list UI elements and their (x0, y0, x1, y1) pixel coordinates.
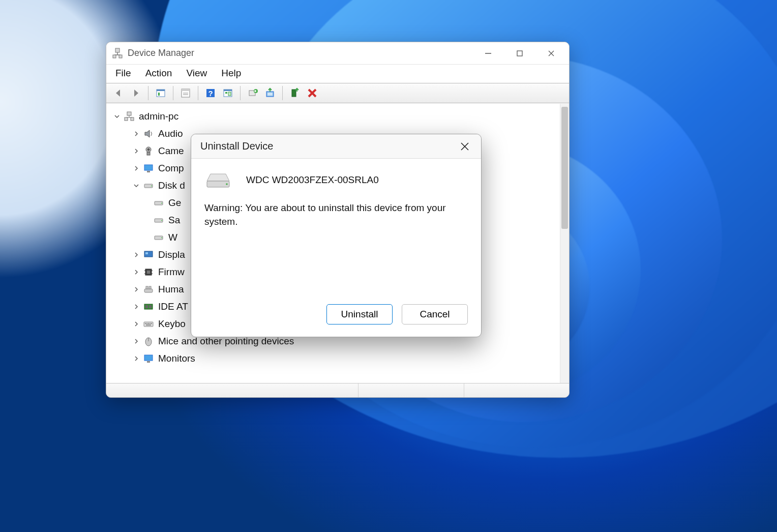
drive-icon (153, 215, 164, 226)
scan-hardware-icon[interactable] (245, 85, 261, 101)
svg-rect-64 (148, 323, 149, 324)
menu-file[interactable]: File (115, 68, 131, 79)
dialog-warning-text: Warning: You are about to uninstall this… (204, 201, 468, 228)
svg-point-40 (151, 186, 152, 187)
chevron-right-icon[interactable] (132, 146, 141, 156)
uninstall-button[interactable]: Uninstall (326, 304, 393, 324)
computer-icon (124, 111, 135, 122)
chevron-down-icon[interactable] (112, 112, 122, 121)
titlebar[interactable]: Device Manager (106, 42, 569, 65)
drive-icon (153, 197, 164, 209)
chevron-right-icon[interactable] (132, 164, 141, 173)
dialog-close-button[interactable] (454, 136, 476, 157)
svg-rect-29 (127, 112, 131, 115)
svg-rect-56 (146, 286, 148, 289)
menu-action[interactable]: Action (145, 68, 172, 79)
dialog-title: Uninstall Device (200, 140, 273, 152)
svg-rect-36 (147, 152, 150, 155)
details-icon[interactable] (220, 85, 236, 101)
svg-rect-71 (147, 361, 150, 363)
drive-icon (204, 170, 232, 190)
svg-point-35 (147, 149, 150, 151)
chevron-right-icon[interactable] (132, 302, 141, 311)
svg-point-44 (161, 220, 162, 221)
svg-rect-0 (115, 48, 119, 52)
cancel-button-label: Cancel (420, 309, 450, 320)
tree-root[interactable]: admin-pc (112, 108, 557, 125)
svg-point-42 (161, 203, 162, 204)
speaker-icon (143, 128, 154, 139)
svg-rect-20 (225, 92, 227, 94)
window-title: Device Manager (128, 48, 194, 58)
svg-rect-4 (119, 55, 122, 58)
monitor-icon (143, 353, 154, 364)
svg-rect-19 (224, 90, 232, 91)
svg-rect-33 (131, 117, 134, 121)
camera-icon (143, 145, 154, 157)
chevron-right-icon[interactable] (132, 268, 141, 277)
chevron-right-icon[interactable] (132, 285, 141, 294)
tree-item-label: Firmw (158, 267, 185, 278)
cancel-button[interactable]: Cancel (402, 304, 468, 324)
hid-icon (143, 284, 154, 295)
svg-rect-10 (157, 90, 165, 91)
drive-icon (143, 180, 154, 191)
uninstall-button-label: Uninstall (341, 309, 378, 320)
tree-item-label: Monitors (158, 353, 195, 364)
toolbar: ? (106, 83, 569, 103)
vertical-scrollbar[interactable] (560, 104, 569, 383)
svg-rect-65 (150, 323, 151, 324)
svg-rect-6 (517, 51, 522, 56)
disable-device-icon[interactable] (304, 85, 320, 101)
display-adapter-icon (143, 249, 154, 260)
svg-rect-59 (145, 305, 148, 308)
dialog-titlebar[interactable]: Uninstall Device (191, 134, 481, 159)
svg-rect-60 (149, 305, 152, 308)
svg-rect-13 (182, 89, 190, 91)
maximize-button[interactable] (504, 42, 535, 65)
menubar: File Action View Help (106, 65, 569, 83)
minimize-button[interactable] (472, 42, 504, 65)
menu-view[interactable]: View (186, 68, 207, 79)
keyboard-icon (143, 318, 154, 330)
tree-item-label: Came (158, 145, 184, 157)
scrollbar-thumb[interactable] (561, 107, 568, 229)
back-arrow-icon[interactable] (110, 85, 127, 101)
tree-item-monitors[interactable]: Monitors (112, 350, 557, 367)
drive-icon (153, 232, 164, 243)
svg-rect-37 (144, 165, 153, 170)
uninstall-device-icon[interactable] (287, 85, 303, 101)
show-all-icon[interactable] (153, 85, 169, 101)
properties-icon[interactable] (177, 85, 194, 101)
forward-arrow-icon[interactable] (128, 85, 144, 101)
svg-rect-70 (144, 355, 153, 361)
svg-rect-11 (158, 93, 160, 96)
svg-rect-62 (145, 323, 146, 324)
update-driver-icon[interactable] (262, 85, 278, 101)
ide-icon (143, 301, 154, 312)
menu-help[interactable]: Help (221, 68, 241, 79)
svg-rect-26 (292, 90, 296, 97)
status-bar (106, 383, 569, 397)
tree-item-label: Mice and other pointing devices (158, 336, 294, 347)
svg-text:?: ? (208, 89, 213, 98)
chevron-right-icon[interactable] (132, 319, 141, 329)
tree-item-label: Sa (168, 215, 180, 226)
help-icon[interactable]: ? (202, 85, 219, 101)
uninstall-device-dialog: Uninstall Device WDC WD2003FZEX-00SRLA0 … (191, 134, 482, 337)
chevron-right-icon[interactable] (132, 250, 141, 259)
close-button[interactable] (535, 42, 567, 65)
monitor-icon (143, 163, 154, 174)
chevron-right-icon[interactable] (132, 354, 141, 363)
chevron-right-icon[interactable] (132, 337, 141, 346)
tree-item-label: Audio (158, 128, 183, 139)
chevron-right-icon[interactable] (132, 129, 141, 138)
tree-item-label: Keybo (158, 318, 186, 330)
svg-rect-55 (144, 289, 153, 292)
svg-point-75 (226, 183, 228, 185)
svg-rect-67 (146, 324, 151, 326)
svg-rect-50 (147, 271, 150, 274)
svg-rect-66 (151, 323, 152, 324)
chevron-down-icon[interactable] (132, 181, 141, 190)
tree-item-label: Comp (158, 163, 184, 174)
